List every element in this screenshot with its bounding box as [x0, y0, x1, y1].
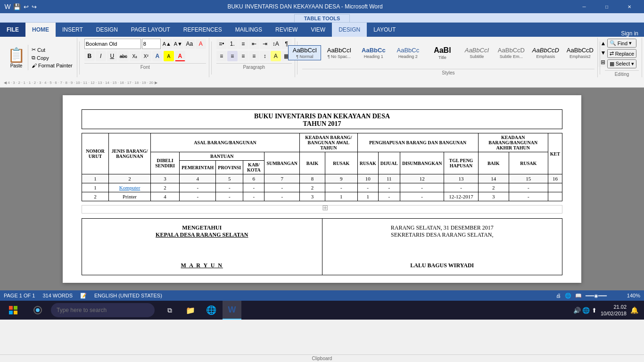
change-case-button[interactable]: Aa	[184, 39, 195, 49]
window-controls: ─ □ ✕	[573, 0, 640, 13]
style-subtle-emphasis[interactable]: AaBbCcD Subtle Em...	[495, 45, 528, 60]
find-chevron: ▾	[629, 40, 632, 46]
clear-format-button[interactable]: A	[196, 39, 206, 49]
notification-icon[interactable]: 🔔	[630, 306, 638, 314]
strikethrough-button[interactable]: abc	[118, 51, 129, 61]
align-right-button[interactable]: ≡	[238, 51, 248, 61]
view-web-icon[interactable]: 🌐	[565, 293, 571, 299]
font-size-input[interactable]	[142, 39, 161, 49]
status-left: PAGE 1 OF 1 314 WORDS 📝 ENGLISH (UNITED …	[4, 293, 162, 299]
cut-button[interactable]: ✂ Cut	[30, 46, 74, 53]
tab-references[interactable]: REFERENCES	[177, 23, 229, 37]
num-15: 15	[509, 174, 548, 183]
italic-button[interactable]: I	[96, 51, 106, 61]
col-nomor-urut: NOMOR URUT	[82, 133, 109, 174]
sort-button[interactable]: ↕A	[271, 39, 281, 49]
tab-insert[interactable]: INSERT	[56, 23, 90, 37]
language-label: ENGLISH (UNITED STATES)	[94, 293, 162, 298]
style-no-spacing[interactable]: AaBbCcI ¶ No Spac...	[322, 45, 355, 60]
save-icon[interactable]: 💾	[13, 3, 21, 10]
cortana-button[interactable]	[26, 301, 49, 320]
undo-icon[interactable]: ↩	[24, 3, 29, 10]
shading-button[interactable]: A	[271, 51, 281, 61]
sig-right-space	[332, 239, 553, 262]
sig-left-title: MENGETAHUI	[91, 224, 313, 231]
align-left-button[interactable]: ≡	[216, 51, 227, 61]
view-read-icon[interactable]: 📖	[575, 293, 582, 299]
col-ket: KET	[548, 133, 562, 174]
taskbar-file-explorer[interactable]: 📁	[181, 301, 200, 320]
tab-file[interactable]: FILE	[0, 23, 25, 37]
style-heading2[interactable]: AaBbCc Heading 2	[391, 45, 424, 60]
style-heading1[interactable]: AaBbCc Heading 1	[357, 45, 390, 60]
font-shrink-button[interactable]: A▼	[173, 39, 183, 49]
tab-layout[interactable]: LAYOUT	[367, 23, 402, 37]
tab-view[interactable]: VIEW	[304, 23, 332, 37]
bullets-button[interactable]: ≡•	[216, 39, 227, 49]
view-print-icon[interactable]: 🖨	[556, 293, 561, 298]
font-color-button[interactable]: A	[175, 51, 185, 61]
taskbar-chrome[interactable]: 🌐	[202, 301, 221, 320]
start-button[interactable]	[2, 301, 25, 320]
num-8: 8	[300, 174, 325, 183]
maximize-button[interactable]: □	[596, 0, 618, 13]
subscript-button[interactable]: X₂	[130, 51, 140, 61]
font-group: A▲ A▼ Aa A B I U abc X₂ X² A A A Font	[82, 38, 209, 77]
taskbar-clock: 21.02 10/02/2018	[601, 304, 627, 317]
numbering-button[interactable]: 1.	[227, 39, 238, 49]
taskbar-search-input[interactable]	[51, 303, 155, 317]
num-11: 11	[378, 174, 400, 183]
style-emphasis[interactable]: AaBbCcD Emphasis	[529, 45, 562, 60]
num-12: 12	[400, 174, 444, 183]
taskbar-word[interactable]: W	[223, 301, 241, 320]
paste-button[interactable]: 📋 Paste	[5, 45, 28, 70]
style-emphasis2[interactable]: AaBbCcD Emphasis2	[563, 45, 596, 60]
row2-rusak-aw: 1	[325, 192, 357, 201]
num-9: 9	[325, 174, 357, 183]
tab-design[interactable]: DESIGN	[90, 23, 124, 37]
replace-button[interactable]: ⇄ Replace	[607, 49, 637, 58]
justify-button[interactable]: ≡	[249, 51, 259, 61]
font-grow-button[interactable]: A▲	[162, 39, 172, 49]
underline-button[interactable]: U	[107, 51, 117, 61]
row2-no: 2	[82, 192, 109, 201]
copy-button[interactable]: ⧉ Copy	[30, 54, 74, 61]
style-subtitle[interactable]: AaBbCcI Subtitle	[460, 45, 493, 60]
tab-table-design[interactable]: DESIGN	[332, 23, 367, 37]
redo-icon[interactable]: ↪	[32, 3, 37, 10]
status-bar: PAGE 1 OF 1 314 WORDS 📝 ENGLISH (UNITED …	[0, 290, 644, 301]
sign-in[interactable]: Sign in	[621, 30, 644, 37]
sig-left: MENGETAHUI KEPALA DESA RARANG SELATAN M …	[82, 219, 322, 275]
zoom-slider[interactable]: ━━━◉━━━	[586, 293, 623, 298]
subh-pemerintah: PEMERINTAH	[180, 161, 216, 174]
text-highlight-button[interactable]: A	[164, 51, 174, 61]
text-effects-button[interactable]: A	[152, 51, 163, 61]
select-button[interactable]: ▦ Select ▾	[607, 59, 637, 68]
superscript-button[interactable]: X²	[141, 51, 151, 61]
tab-page-layout[interactable]: PAGE LAYOUT	[124, 23, 177, 37]
find-button[interactable]: 🔍 Find ▾	[607, 39, 637, 48]
line-spacing-button[interactable]: ↕	[260, 51, 270, 61]
tab-review[interactable]: REVIEW	[269, 23, 304, 37]
row1-kab: -	[243, 183, 264, 192]
increase-indent-button[interactable]: ⇥	[260, 39, 270, 49]
minimize-button[interactable]: ─	[573, 0, 595, 13]
close-button[interactable]: ✕	[619, 0, 640, 13]
format-painter-button[interactable]: 🖌 Format Painter	[30, 62, 74, 69]
decrease-indent-button[interactable]: ⇤	[249, 39, 259, 49]
align-center-button[interactable]: ≡	[227, 51, 238, 61]
font-name-input[interactable]	[84, 39, 141, 49]
add-row-icon[interactable]: ⊞	[322, 203, 328, 212]
sig-left-space	[91, 239, 313, 262]
tab-mailings[interactable]: MAILINGS	[229, 23, 269, 37]
row1-prov: -	[216, 183, 243, 192]
copy-icon: ⧉	[32, 55, 35, 61]
taskbar-taskview[interactable]: ⧉	[160, 301, 179, 320]
style-normal[interactable]: AaBbCcI ¶ Normal	[288, 45, 321, 60]
style-title[interactable]: AaBl Title	[426, 44, 459, 61]
multilevel-button[interactable]: ≡	[238, 39, 248, 49]
bold-button[interactable]: B	[84, 51, 95, 61]
sig-right-subtitle: SEKRETARIS DESA RARANG SELATAN,	[332, 231, 553, 239]
font-label: Font	[84, 63, 206, 70]
tab-home[interactable]: HOME	[25, 23, 56, 37]
